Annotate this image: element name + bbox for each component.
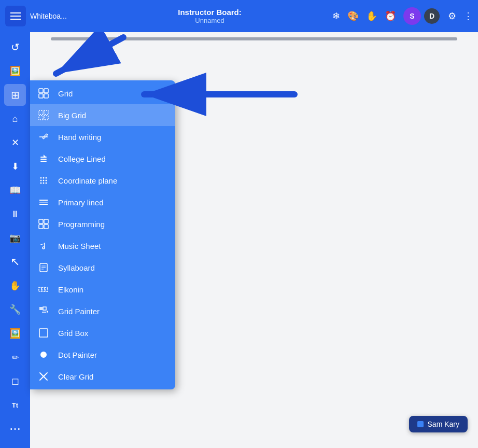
sidebar-home[interactable]: ⌂ bbox=[4, 108, 26, 130]
avatar-d[interactable]: D bbox=[423, 7, 441, 25]
dropdown-label-grid-painter: Grid Painter bbox=[58, 307, 100, 316]
user-name: Sam Kary bbox=[428, 420, 459, 428]
dropdown-item-grid[interactable]: Grid bbox=[30, 82, 175, 104]
svg-point-17 bbox=[46, 180, 47, 181]
grid-dropdown: Grid Big Grid Hand writing bbox=[30, 80, 175, 389]
svg-rect-0 bbox=[39, 89, 43, 93]
dot-painter-icon bbox=[37, 348, 50, 361]
more-icon[interactable]: ⋮ bbox=[463, 10, 473, 22]
svg-rect-27 bbox=[44, 225, 48, 229]
dropdown-label-syllaboard: Syllaboard bbox=[58, 263, 95, 272]
snowflake-icon[interactable]: ❄ bbox=[332, 10, 340, 22]
hamburger-icon bbox=[10, 12, 21, 20]
header-icons: ❄ 🎨 ✋ ⏰ S D ⚙ ⋮ bbox=[332, 7, 473, 25]
sam-kary-badge[interactable]: Sam Kary bbox=[409, 416, 468, 432]
svg-point-18 bbox=[40, 183, 42, 184]
dropdown-item-elkonin[interactable]: Elkonin bbox=[30, 278, 175, 300]
sidebar-wrench[interactable]: 🔧 bbox=[4, 299, 26, 320]
scrollbar[interactable] bbox=[51, 37, 457, 40]
hand-icon[interactable]: ✋ bbox=[366, 10, 377, 22]
dropdown-label-grid-box: Grid Box bbox=[58, 329, 88, 338]
sidebar-hand[interactable]: ✋ bbox=[4, 275, 26, 297]
grid-menu-icon bbox=[37, 87, 50, 100]
svg-point-39 bbox=[40, 352, 47, 358]
dropdown-item-hand-writing[interactable]: Hand writing bbox=[30, 126, 175, 148]
sidebar-camera[interactable]: 📷 bbox=[4, 227, 26, 249]
dropdown-label-clear-grid: Clear Grid bbox=[58, 372, 93, 381]
dropdown-label-big-grid: Big Grid bbox=[58, 111, 86, 120]
svg-rect-5 bbox=[44, 110, 48, 115]
dropdown-item-grid-box[interactable]: Grid Box bbox=[30, 322, 175, 344]
dropdown-item-syllaboard[interactable]: Syllaboard bbox=[30, 257, 175, 278]
settings-icon[interactable]: ⚙ bbox=[448, 10, 456, 22]
menu-button[interactable] bbox=[5, 6, 26, 26]
big-grid-menu-icon bbox=[37, 109, 50, 121]
dropdown-label-coordinate-plane: Coordinate plane bbox=[58, 176, 117, 185]
sidebar-download[interactable]: ⬇ bbox=[4, 156, 26, 177]
hand-writing-icon bbox=[37, 131, 50, 143]
sidebar-pencil[interactable]: ✏ bbox=[4, 346, 26, 368]
dropdown-item-dot-painter[interactable]: Dot Painter bbox=[30, 344, 175, 366]
elkonin-icon bbox=[37, 283, 50, 296]
board-title-area: Instructor Board: Unnamed bbox=[87, 8, 332, 24]
dropdown-item-big-grid[interactable]: Big Grid bbox=[30, 104, 175, 126]
sam-dot bbox=[417, 421, 424, 427]
svg-rect-2 bbox=[39, 94, 43, 98]
svg-rect-26 bbox=[39, 225, 43, 229]
sidebar-select[interactable]: ↖ bbox=[4, 251, 26, 273]
svg-rect-9 bbox=[40, 157, 47, 158]
svg-rect-38 bbox=[39, 329, 48, 337]
sidebar-more[interactable]: ⋯ bbox=[4, 418, 26, 440]
svg-rect-1 bbox=[44, 89, 48, 93]
whiteboard-text: Whiteboа... bbox=[30, 12, 77, 20]
svg-rect-33 bbox=[39, 287, 41, 291]
clear-grid-icon bbox=[37, 370, 50, 383]
sidebar-eraser[interactable]: ◻ bbox=[4, 370, 26, 392]
svg-rect-4 bbox=[39, 110, 43, 115]
svg-point-14 bbox=[46, 177, 47, 179]
music-sheet-icon bbox=[37, 240, 50, 252]
avatar-s[interactable]: S bbox=[403, 7, 421, 25]
header: Whiteboа... Instructor Board: Unnamed ❄ … bbox=[0, 0, 478, 32]
svg-rect-36 bbox=[39, 307, 43, 310]
dropdown-label-dot-painter: Dot Painter bbox=[58, 351, 97, 359]
syllaboard-icon bbox=[37, 261, 50, 274]
sidebar-close[interactable]: ✕ bbox=[4, 132, 26, 153]
svg-point-15 bbox=[40, 180, 42, 181]
dropdown-label-programming: Programming bbox=[58, 220, 105, 229]
svg-point-12 bbox=[40, 177, 42, 179]
dropdown-label-college-lined: College Lined bbox=[58, 155, 106, 163]
sidebar-undo[interactable]: ↺ bbox=[4, 36, 26, 58]
clock-icon[interactable]: ⏰ bbox=[385, 10, 396, 22]
palette-icon[interactable]: 🎨 bbox=[347, 10, 359, 22]
dropdown-label-music-sheet: Music Sheet bbox=[58, 242, 101, 250]
sidebar-book[interactable]: 📖 bbox=[4, 179, 26, 201]
dropdown-item-programming[interactable]: Programming bbox=[30, 213, 175, 235]
svg-point-19 bbox=[43, 183, 45, 184]
dropdown-item-grid-painter[interactable]: Grid Painter bbox=[30, 300, 175, 322]
svg-rect-11 bbox=[40, 161, 47, 162]
dropdown-item-clear-grid[interactable]: Clear Grid bbox=[30, 366, 175, 387]
sidebar-text[interactable]: Tt bbox=[4, 394, 26, 416]
dropdown-item-primary-lined[interactable]: Primary lined bbox=[30, 191, 175, 213]
dropdown-label-primary-lined: Primary lined bbox=[58, 198, 104, 207]
sidebar-image[interactable]: 🖼️ bbox=[4, 60, 26, 82]
dropdown-label-hand-writing: Hand writing bbox=[58, 133, 101, 142]
coordinate-plane-icon bbox=[37, 174, 50, 187]
college-lined-icon bbox=[37, 152, 50, 165]
svg-rect-25 bbox=[44, 219, 48, 223]
sidebar-image2[interactable]: 🖼️ bbox=[4, 323, 26, 344]
svg-rect-35 bbox=[45, 287, 48, 291]
sidebar-grid[interactable]: ⊞ bbox=[4, 84, 26, 106]
dropdown-item-music-sheet[interactable]: Music Sheet bbox=[30, 235, 175, 257]
board-title: Instructor Board: bbox=[87, 8, 332, 17]
grid-painter-icon bbox=[37, 305, 50, 317]
programming-icon bbox=[37, 218, 50, 230]
primary-lined-icon bbox=[37, 196, 50, 208]
svg-rect-7 bbox=[44, 116, 48, 120]
dropdown-item-coordinate-plane[interactable]: Coordinate plane bbox=[30, 170, 175, 191]
dropdown-item-college-lined[interactable]: College Lined bbox=[30, 148, 175, 170]
whiteboard-label: Whiteboа... bbox=[30, 12, 77, 20]
sidebar-pause[interactable]: ⏸ bbox=[4, 203, 26, 225]
svg-rect-37 bbox=[43, 307, 46, 310]
